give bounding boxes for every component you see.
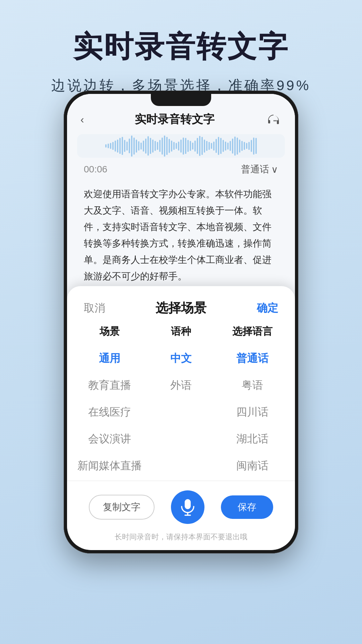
sheet-title: 选择场景 bbox=[156, 300, 206, 317]
wave-bar bbox=[234, 137, 236, 156]
sheet-header: 取消 选择场景 确定 bbox=[67, 286, 295, 325]
wave-bar bbox=[173, 142, 175, 150]
language-item-0[interactable]: 普通话 bbox=[217, 345, 288, 372]
hero-section: 实时录音转文字 边说边转，多场景选择，准确率99% bbox=[0, 0, 362, 95]
wave-bar bbox=[253, 138, 254, 155]
wave-bar bbox=[133, 138, 135, 155]
wave-bar bbox=[220, 138, 222, 154]
language-item-4[interactable]: 闽南话 bbox=[217, 452, 288, 479]
wave-bar bbox=[197, 138, 198, 154]
lang-type-item-0[interactable]: 中文 bbox=[145, 345, 217, 372]
wave-bar bbox=[241, 141, 243, 151]
confirm-button[interactable]: 确定 bbox=[257, 301, 278, 316]
bottom-actions: 复制文字 保存 bbox=[67, 482, 295, 529]
wave-bar bbox=[171, 141, 172, 152]
lang-type-item-1[interactable]: 外语 bbox=[145, 372, 217, 399]
svg-point-2 bbox=[277, 120, 278, 121]
scene-item-2[interactable]: 在线医疗 bbox=[74, 399, 145, 426]
wave-bar bbox=[192, 143, 193, 150]
save-button[interactable]: 保存 bbox=[221, 495, 273, 519]
language-selector[interactable]: 普通话 ∨ bbox=[241, 163, 278, 176]
phone-frame: ‹ 实时录音转文字 00:06 普通话 bbox=[64, 91, 298, 553]
wave-bar bbox=[237, 138, 238, 155]
scene-item-1[interactable]: 教育直播 bbox=[74, 372, 145, 399]
wave-bar bbox=[248, 142, 250, 150]
wave-bar bbox=[136, 140, 137, 153]
wave-bar bbox=[206, 141, 207, 151]
language-col-header: 选择语言 bbox=[232, 325, 273, 338]
phone-notch bbox=[151, 94, 211, 106]
headphone-icon[interactable] bbox=[265, 111, 282, 127]
language-item-3[interactable]: 湖北话 bbox=[217, 426, 288, 452]
time-language-row: 00:06 普通话 ∨ bbox=[67, 158, 295, 179]
wave-bar bbox=[150, 138, 151, 154]
wave-bar bbox=[157, 142, 158, 150]
wave-bar bbox=[129, 139, 130, 153]
wave-bar bbox=[108, 144, 109, 148]
svg-rect-3 bbox=[185, 499, 191, 509]
transcript-text: 欢迎使用语音转文字办公专家。本软件功能强大及文字、语音、视频相互转换于一体。软件… bbox=[80, 179, 282, 293]
language-column: 选择语言 普通话 粤语 四川话 湖北话 闽南话 bbox=[217, 325, 288, 479]
language-label: 普通话 bbox=[241, 163, 269, 176]
wave-bar bbox=[126, 142, 128, 151]
wave-bar bbox=[166, 137, 168, 155]
wave-bar bbox=[180, 140, 182, 153]
app-title: 实时录音转文字 bbox=[135, 112, 215, 127]
wave-bar bbox=[213, 142, 215, 151]
wave-bar bbox=[199, 136, 200, 156]
wave-bar bbox=[232, 139, 233, 154]
wave-bar bbox=[143, 141, 144, 152]
wave-bar bbox=[164, 136, 165, 157]
wave-bar bbox=[211, 143, 212, 149]
scene-item-0[interactable]: 通用 bbox=[74, 345, 145, 372]
wave-bar bbox=[105, 144, 107, 148]
wave-bar bbox=[216, 139, 217, 153]
wave-bar bbox=[178, 142, 179, 151]
hero-title: 实时录音转文字 bbox=[0, 0, 362, 67]
wave-bar bbox=[169, 139, 170, 153]
wave-bar bbox=[119, 138, 121, 154]
cancel-button[interactable]: 取消 bbox=[84, 301, 105, 316]
svg-point-1 bbox=[275, 120, 277, 121]
wave-bar bbox=[194, 141, 196, 152]
divider bbox=[67, 481, 295, 481]
scene-item-3[interactable]: 会议演讲 bbox=[74, 426, 145, 452]
recording-time: 00:06 bbox=[84, 164, 107, 175]
language-item-1[interactable]: 粤语 bbox=[217, 372, 288, 399]
wave-bar bbox=[239, 140, 240, 153]
footer-hint: 长时间录音时，请保持本界面不要退出哦 bbox=[67, 529, 295, 543]
wave-bar bbox=[110, 143, 111, 149]
language-item-2[interactable]: 四川话 bbox=[217, 399, 288, 426]
waveform bbox=[77, 134, 285, 158]
wave-bar bbox=[251, 140, 252, 152]
wave-bar bbox=[138, 141, 139, 151]
wave-bar bbox=[162, 138, 163, 155]
scene-item-4[interactable]: 新闻媒体直播 bbox=[74, 452, 145, 479]
wave-bar bbox=[131, 136, 132, 157]
back-button[interactable]: ‹ bbox=[80, 113, 84, 126]
scene-picker-sheet: 取消 选择场景 确定 场景 通用 教育直播 在线医疗 会议演讲 新闻媒体直播 bbox=[67, 286, 295, 550]
copy-text-button[interactable]: 复制文字 bbox=[89, 495, 155, 520]
svg-point-0 bbox=[274, 120, 275, 121]
wave-bar bbox=[117, 140, 118, 153]
phone-screen: ‹ 实时录音转文字 00:06 普通话 bbox=[67, 94, 295, 550]
wave-bar bbox=[208, 142, 210, 150]
picker-columns: 场景 通用 教育直播 在线医疗 会议演讲 新闻媒体直播 语种 中文 外语 bbox=[67, 325, 295, 479]
lang-type-col-header: 语种 bbox=[171, 325, 191, 338]
wave-bar bbox=[122, 137, 123, 155]
wave-bar bbox=[190, 141, 191, 151]
language-type-column: 语种 中文 外语 bbox=[145, 325, 217, 479]
wave-bar bbox=[176, 143, 177, 149]
wave-bar bbox=[255, 138, 257, 154]
wave-bar bbox=[185, 138, 186, 154]
wave-bar bbox=[227, 143, 229, 150]
wave-bar bbox=[183, 138, 184, 155]
wave-bar bbox=[147, 136, 149, 156]
wave-bar bbox=[230, 141, 231, 151]
wave-bar bbox=[115, 141, 116, 152]
microphone-button[interactable] bbox=[171, 490, 204, 524]
wave-bar bbox=[124, 140, 125, 152]
wave-bar bbox=[223, 140, 224, 152]
wave-bar bbox=[204, 140, 205, 153]
wave-bar bbox=[225, 142, 226, 151]
